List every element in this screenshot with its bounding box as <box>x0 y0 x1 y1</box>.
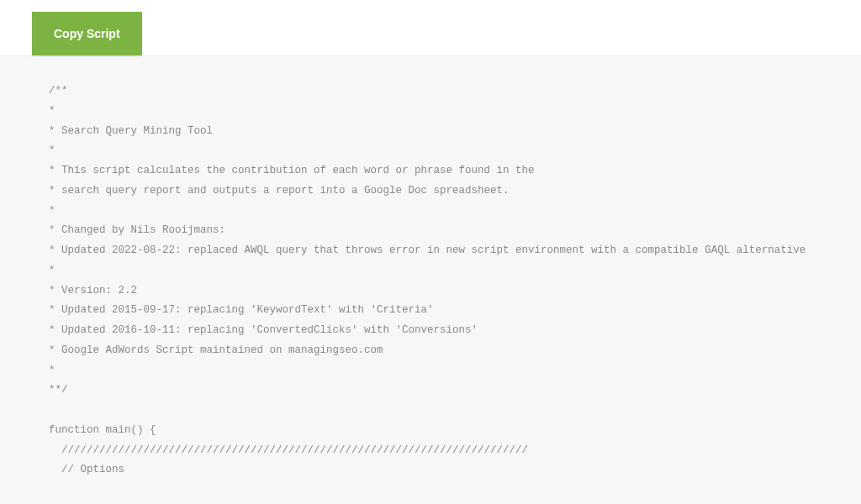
copy-script-button[interactable]: Copy Script <box>32 12 142 55</box>
code-line: * Google AdWords Script maintained on ma… <box>49 344 383 356</box>
code-line: * Changed by Nils Rooijmans: <box>49 224 225 236</box>
code-line: **/ <box>49 384 68 396</box>
code-line: // Options <box>49 464 124 475</box>
code-panel: /** * * Search Query Mining Tool * * Thi… <box>0 55 861 504</box>
code-line: * <box>49 144 55 156</box>
code-line: * This script calculates the contributio… <box>49 165 535 176</box>
code-line: * Updated 2015-09-17: replacing 'Keyword… <box>49 304 434 316</box>
code-line: * <box>49 365 55 376</box>
code-line: /** <box>49 85 68 97</box>
code-line: * <box>49 205 55 217</box>
code-line: * <box>49 105 55 117</box>
code-line: * search query report and outputs a repo… <box>49 185 510 197</box>
code-line: * Updated 2016-10-11: replacing 'Convert… <box>49 324 478 336</box>
code-line: * Version: 2.2 <box>49 285 137 297</box>
code-line: ////////////////////////////////////////… <box>49 444 528 456</box>
code-line: * Search Query Mining Tool <box>49 125 213 137</box>
code-line: function main() { <box>49 424 156 436</box>
code-line: * <box>49 265 55 276</box>
code-line: * Updated 2022-08-22: replaced AWQL quer… <box>49 244 806 256</box>
